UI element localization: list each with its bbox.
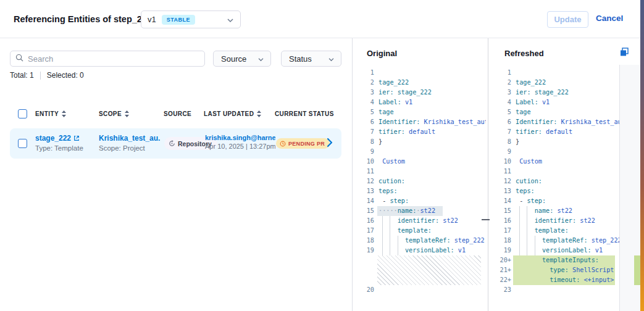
updated-at: Apr 10, 2025 | 13:27pm bbox=[205, 143, 275, 150]
version-select[interactable]: v1 STABLE bbox=[141, 10, 241, 28]
stable-badge: STABLE bbox=[162, 15, 195, 25]
column-header-entity: ENTITY bbox=[35, 110, 66, 118]
chevron-right-icon[interactable] bbox=[327, 138, 333, 150]
table-row[interactable]: stage_222 Type: Template Krishika_test_a… bbox=[10, 128, 341, 159]
code-line: 16 identifier: st22 bbox=[353, 216, 486, 226]
status-filter-label: Status bbox=[289, 54, 312, 64]
pane-divider bbox=[488, 38, 488, 311]
code-line: 18 templateRef: step_222 bbox=[490, 236, 619, 246]
code-line: 12cution: bbox=[353, 176, 486, 186]
total-count: Total: 1 bbox=[10, 71, 34, 80]
totals-bar: Total: 1 Selected: 0 bbox=[10, 71, 84, 80]
original-pane-title: Original bbox=[367, 49, 397, 58]
divider bbox=[40, 72, 41, 80]
page-title: Referencing Entities of step_222 bbox=[14, 14, 152, 24]
code-line: 10 Custom bbox=[353, 157, 486, 167]
code-line: 3ier: stage_222 bbox=[353, 88, 486, 97]
version-value: v1 bbox=[148, 15, 156, 24]
sort-icon[interactable] bbox=[125, 110, 129, 118]
code-line: 23 bbox=[490, 285, 619, 295]
code-line: 4Label: v1 bbox=[353, 97, 486, 107]
search-icon bbox=[15, 53, 23, 64]
cancel-button[interactable]: Cancel bbox=[596, 14, 623, 23]
code-line: 19 versionLabel: v1 bbox=[490, 246, 619, 255]
code-line: 10 Custom bbox=[490, 157, 619, 167]
code-line: 8} bbox=[353, 137, 486, 147]
code-line: 15·····name:·st22 bbox=[353, 206, 486, 216]
code-line: 2tage_222 bbox=[490, 78, 619, 88]
referencing-entities-panel: Referencing Entities of step_222 v1 STAB… bbox=[0, 0, 644, 311]
external-link-icon bbox=[73, 135, 80, 143]
code-line: 14 - step: bbox=[490, 196, 619, 206]
update-button[interactable]: Update bbox=[547, 11, 588, 28]
code-line: 14 - step: bbox=[353, 196, 486, 206]
code-line: 17 template: bbox=[353, 226, 486, 236]
code-line: 21+ type: ShellScript bbox=[490, 265, 619, 275]
scope-link[interactable]: Krishika_test_au... bbox=[99, 134, 161, 143]
code-line: 9 bbox=[490, 147, 619, 157]
code-line: 2tage_222 bbox=[353, 78, 486, 88]
code-line: 17 template: bbox=[490, 226, 619, 236]
entity-cell: stage_222 Type: Template bbox=[35, 134, 83, 152]
chevron-down-icon bbox=[227, 14, 234, 25]
updated-by: krishika.singh@harnes... bbox=[205, 134, 275, 141]
original-code-pane[interactable]: 12tage_2223ier: stage_2224Label: v15tage… bbox=[353, 68, 486, 311]
status-badge-label: PENDING PR bbox=[288, 141, 325, 147]
status-badge: PENDING PR bbox=[276, 138, 330, 149]
code-line: 9 bbox=[353, 147, 486, 157]
last-updated-cell: krishika.singh@harnes... Apr 10, 2025 | … bbox=[205, 134, 275, 150]
table-header: ENTITY SCOPE SOURCE LAST UPDATED CURRENT… bbox=[0, 107, 352, 122]
code-line: 22+ timeout: <+input> bbox=[490, 275, 619, 285]
column-header-last-updated: LAST UPDATED bbox=[204, 110, 261, 118]
code-line: 19 versionLabel: v1 bbox=[353, 246, 486, 255]
refreshed-pane-title: Refreshed bbox=[504, 49, 544, 58]
background-page-edge bbox=[640, 0, 644, 311]
code-line: 4Label: v1 bbox=[490, 97, 619, 107]
row-checkbox[interactable] bbox=[18, 139, 27, 148]
code-line: 11 bbox=[490, 167, 619, 176]
code-line: 7tifier: default bbox=[353, 127, 486, 137]
code-line: 20 bbox=[353, 285, 486, 295]
repository-icon bbox=[169, 138, 175, 149]
selected-count: Selected: 0 bbox=[47, 71, 84, 80]
code-line: 12cution: bbox=[490, 176, 619, 186]
code-line: 20+ templateInputs: bbox=[490, 255, 619, 265]
diff-panel: Original Refreshed 12tage_2223ier: stage… bbox=[352, 38, 640, 311]
source-filter-label: Source bbox=[221, 54, 246, 64]
code-line: 6Identifier: Krishika_test_aut bbox=[490, 117, 619, 127]
code-line: 15 name: st22 bbox=[490, 206, 619, 216]
chevron-down-icon bbox=[319, 53, 335, 64]
code-line: 7tifier: default bbox=[490, 127, 619, 137]
select-all-checkbox[interactable] bbox=[18, 109, 27, 118]
scope-detail: Scope: Project bbox=[99, 144, 161, 152]
search-input[interactable] bbox=[28, 54, 199, 64]
clock-icon bbox=[280, 138, 286, 149]
entity-type: Type: Template bbox=[35, 144, 83, 152]
code-line: 18 templateRef: step_222 bbox=[353, 236, 486, 246]
panel-header: Referencing Entities of step_222 v1 STAB… bbox=[0, 0, 640, 38]
code-line: 13teps: bbox=[353, 186, 486, 196]
entity-link[interactable]: stage_222 bbox=[35, 134, 83, 143]
code-line: 5tage bbox=[353, 107, 486, 117]
code-line: 3ier: stage_222 bbox=[490, 88, 619, 97]
column-header-current-status: CURRENT STATUS bbox=[275, 110, 334, 117]
scope-cell: Krishika_test_au... Scope: Project bbox=[99, 134, 161, 152]
code-line: 16 identifier: st22 bbox=[490, 216, 619, 226]
code-line: 6Identifier: Krishika_test_aut bbox=[353, 117, 486, 127]
chevron-down-icon bbox=[249, 53, 264, 64]
refreshed-code-pane[interactable]: 12tage_2223ier: stage_2224Label: v15tage… bbox=[490, 68, 619, 311]
code-line: 1 bbox=[490, 68, 619, 78]
code-line: 5tage bbox=[490, 107, 619, 117]
code-line: 13teps: bbox=[490, 186, 619, 196]
code-line: 11 bbox=[353, 167, 486, 176]
sort-icon[interactable] bbox=[62, 110, 66, 118]
search-box bbox=[10, 51, 205, 67]
diff-collapsed-region bbox=[377, 255, 481, 285]
code-line: 8} bbox=[490, 137, 619, 147]
source-filter-select[interactable]: Source bbox=[213, 51, 271, 67]
column-header-source: SOURCE bbox=[164, 110, 191, 117]
sort-icon[interactable] bbox=[257, 110, 261, 118]
status-filter-select[interactable]: Status bbox=[281, 51, 341, 67]
code-line: 1 bbox=[353, 68, 486, 78]
copy-icon[interactable] bbox=[618, 47, 630, 59]
